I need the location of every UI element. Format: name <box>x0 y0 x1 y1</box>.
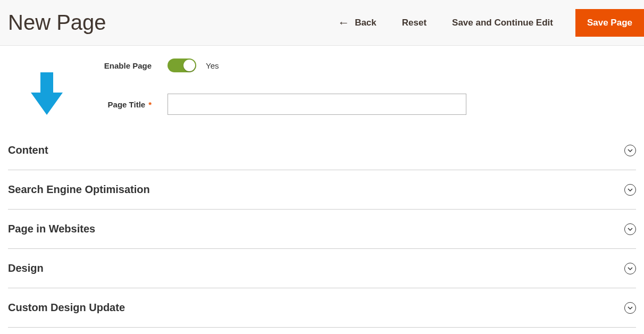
enable-page-value: Yes <box>206 61 219 70</box>
required-asterisk-icon: * <box>148 100 152 109</box>
toggle-knob <box>183 60 195 71</box>
section-page-in-websites[interactable]: Page in Websites <box>8 210 636 249</box>
save-label: Save Page <box>587 18 632 28</box>
save-continue-button[interactable]: Save and Continue Edit <box>439 18 566 28</box>
enable-page-label: Enable Page <box>8 61 168 70</box>
section-label: Content <box>8 144 48 156</box>
section-seo[interactable]: Search Engine Optimisation <box>8 170 636 210</box>
chevron-down-icon <box>624 184 636 196</box>
page-title: New Page <box>8 11 106 35</box>
enable-page-row: Enable Page Yes <box>8 59 636 72</box>
chevron-down-icon <box>624 263 636 274</box>
save-button[interactable]: Save Page <box>575 9 644 37</box>
reset-button[interactable]: Reset <box>389 18 439 28</box>
section-label: Search Engine Optimisation <box>8 183 150 196</box>
section-label: Design <box>8 262 44 274</box>
enable-page-toggle[interactable] <box>168 59 196 72</box>
collapsible-sections: Content Search Engine Optimisation Page … <box>0 131 644 334</box>
page-title-label: Page Title* <box>8 100 168 109</box>
section-label: Custom Design Update <box>8 302 125 314</box>
page-title-label-text: Page Title <box>108 100 146 109</box>
chevron-down-icon <box>624 302 636 314</box>
back-label: Back <box>355 18 377 28</box>
save-continue-label: Save and Continue Edit <box>452 18 553 28</box>
header-actions: ← Back Reset Save and Continue Edit Save… <box>325 9 644 37</box>
section-content[interactable]: Content <box>8 131 636 170</box>
section-design[interactable]: Design <box>8 249 636 288</box>
section-label: Page in Websites <box>8 223 95 235</box>
chevron-down-icon <box>624 145 636 156</box>
form-area: Enable Page Yes Page Title* <box>0 46 644 115</box>
page-title-input[interactable] <box>168 94 466 115</box>
arrow-left-icon: ← <box>338 17 349 29</box>
section-custom-design-update[interactable]: Custom Design Update <box>8 288 636 328</box>
page-title-row: Page Title* <box>8 94 636 115</box>
reset-label: Reset <box>402 18 426 28</box>
chevron-down-icon <box>624 223 636 235</box>
back-button[interactable]: ← Back <box>325 17 389 29</box>
page-header: New Page ← Back Reset Save and Continue … <box>0 0 644 46</box>
